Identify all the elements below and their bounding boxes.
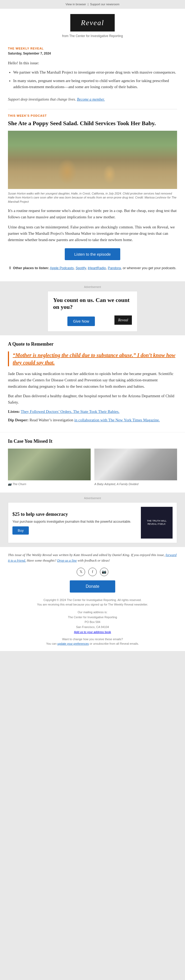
donate-btn-container: Donate [8, 581, 177, 593]
footer-legal: Copyright © 2024 The Center for Investig… [8, 598, 177, 607]
tagline: from The Center for Investigative Report… [5, 33, 180, 38]
podcast-label: THIS WEEK'S PODCAST [8, 113, 177, 118]
podcast-body-1: It's a routine request for someone who's… [8, 207, 177, 220]
podcast-title: She Ate a Poppy Seed Salad. Child Servic… [8, 119, 177, 127]
ad2-right-text: THE TRUTH WILL REVEAL ITSELF. [143, 520, 171, 526]
logo: Reveal [81, 19, 104, 27]
other-places-icon: 🎙 [8, 266, 12, 270]
mailing-org: The Center for Investigative Reporting [8, 615, 177, 620]
logo-box: Reveal [70, 14, 115, 32]
buy-button[interactable]: Buy [13, 527, 29, 535]
other-places-label: Other places to listen: [13, 266, 49, 270]
give-now-button[interactable]: Give Now [67, 317, 95, 326]
iheartradio-link[interactable]: iHeartRadio [88, 266, 106, 270]
ad1-label: Advertisement [8, 285, 177, 289]
footer-editorial: This issue of The Weekly Reveal was writ… [8, 552, 177, 563]
missed-item-2: A Baby Adopted, A Family Divided [94, 449, 177, 487]
ad2-right: THE TRUTH WILL REVEAL ITSELF. [141, 507, 172, 539]
missed-thumb-2 [94, 449, 177, 480]
dip-label: Dip Deeper: [8, 418, 28, 422]
listen-to-episode-button[interactable]: Listen to the episode [65, 248, 120, 260]
ad1-box: You count on us. Can we count on you? Gi… [47, 291, 138, 332]
listen-btn-container: Listen to the episode [8, 248, 177, 260]
ad2-label: Advertisement [8, 496, 177, 500]
ad1-logo: Reveal [118, 318, 128, 322]
donate-button[interactable]: Donate [70, 581, 115, 593]
ad2-left: $25 to help save democracy Your purchase… [13, 511, 141, 535]
pull-quote: “Mother is neglecting the child due to s… [8, 352, 177, 366]
support-line: Support deep investigations that change … [8, 94, 177, 105]
become-member-link[interactable]: Become a member. [77, 97, 105, 101]
facebook-icon[interactable]: f [88, 568, 97, 576]
update-prefs-link[interactable]: update your preferences [57, 642, 89, 645]
ad1-left: Give Now [53, 314, 109, 326]
main-content: THE WEEKLY REVEAL Saturday, September 7,… [0, 41, 185, 281]
ad2-body: Your purchase supports investigative jou… [13, 520, 137, 524]
instagram-icon[interactable]: 📷 [100, 568, 108, 576]
listen-episode-link[interactable]: They Followed Doctors’ Orders. The State… [21, 409, 119, 414]
date-line: Saturday, September 7, 2024 [8, 51, 177, 56]
ad1-inner: Give Now Reveal [53, 314, 132, 326]
dip-line: Dip Deeper: Read Walter’s investigation … [8, 417, 177, 423]
support-link[interactable]: Support our newsroom [90, 3, 119, 6]
missed-grid: 📷 The Churn A Baby Adopted, A Family Div… [8, 449, 177, 487]
missed-source-1: 📷 The Churn [8, 482, 91, 487]
quote-heading: A Quote to Remember [8, 340, 177, 348]
you-can-text: You can [46, 642, 57, 645]
ad2-headline: $25 to help save democracy [13, 511, 137, 518]
missed-section: In Case You Missed It 📷 The Churn A Baby… [0, 432, 185, 493]
mailing-city: San Francisco, CA 94104 [8, 625, 177, 630]
missed-heading: In Case You Missed It [8, 438, 177, 445]
mailing-address: Our mailing address is: The Center for I… [8, 610, 177, 634]
ad2-section: Advertisement $25 to help save democracy… [0, 493, 185, 547]
podcast-photo [8, 131, 177, 189]
apple-podcasts-link[interactable]: Apple Podcasts [50, 266, 74, 270]
unsubscribe-line: Want to change how you receive these ema… [8, 637, 177, 646]
pandora-link[interactable]: Pandora [108, 266, 121, 270]
missed-thumb-1 [8, 449, 91, 480]
legal-line-2: You are receiving this email because you… [8, 602, 177, 607]
nyt-magazine-link[interactable]: in collaboration with The New York Times… [74, 418, 160, 422]
ad2-box: $25 to help save democracy Your purchase… [8, 502, 177, 543]
quote-body-2: But after Dass delivered a healthy daugh… [8, 393, 177, 406]
camera-icon: 📷 [8, 482, 12, 486]
drop-line-link[interactable]: Drop us a line [57, 558, 77, 562]
dip-text: Read Walter’s investigation [30, 418, 73, 422]
email-wrapper: View in browser | Support our newsroom R… [0, 0, 185, 651]
footer-content: This issue of The Weekly Reveal was writ… [0, 547, 185, 651]
quote-body-1: Jade Dass was taking medication to treat… [8, 371, 177, 390]
legal-line-1: Copyright © 2024 The Center for Investig… [8, 598, 177, 603]
other-places: 🎙 Other places to listen: Apple Podcasts… [8, 266, 177, 271]
podcast-image [8, 131, 177, 189]
top-bar: View in browser | Support our newsroom [0, 0, 185, 9]
podcast-body-2: Urine drug tests can be misinterpreted. … [8, 224, 177, 243]
ad1-headline: You count on us. Can we count on you? [53, 297, 132, 311]
missed-caption-2: A Baby Adopted, A Family Divided [94, 482, 177, 487]
other-places-suffix: or wherever you get your podcasts. [123, 266, 176, 270]
missed-item-1: 📷 The Churn [8, 449, 91, 487]
podcast-caption: Susan Horton walks with her youngest dau… [8, 192, 177, 204]
or-unsubscribe-text: or unsubscribe from all Reveal emails. [90, 642, 139, 645]
ad1-logo-box: Reveal [114, 315, 132, 325]
social-icons: 𝕏 f 📷 [8, 568, 177, 576]
listen-label: Listen: [8, 409, 20, 414]
twitter-icon[interactable]: 𝕏 [77, 568, 85, 576]
list-item: We partner with The Marshall Project to … [13, 69, 177, 75]
header-section: Reveal from The Center for Investigative… [0, 9, 185, 41]
greeting: Hello! In this issue: [8, 60, 177, 66]
weekly-reveal-label: THE WEEKLY REVEAL [8, 41, 177, 51]
mailing-po: PO Box 584 [8, 620, 177, 625]
spotify-link[interactable]: Spotify [76, 266, 86, 270]
mailing-label: Our mailing address is: [8, 610, 177, 615]
ad1-logo-right: Reveal [114, 315, 132, 325]
view-in-browser-link[interactable]: View in browser [66, 3, 86, 6]
list-item: In many states, pregnant women are being… [13, 78, 177, 90]
ad1-section: Advertisement You count on us. Can we co… [0, 281, 185, 335]
quote-section: A Quote to Remember “Mother is neglectin… [0, 335, 185, 432]
bullet-list: We partner with The Marshall Project to … [8, 69, 177, 90]
add-address-link[interactable]: Add us to your address book [74, 630, 111, 633]
listen-line: Listen: They Followed Doctors’ Orders. T… [8, 409, 177, 415]
